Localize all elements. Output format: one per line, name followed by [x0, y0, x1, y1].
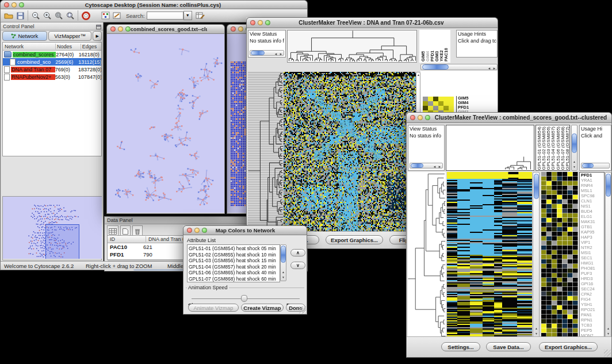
column-dendrogram-canvas[interactable]: [288, 30, 416, 62]
zoom-in-icon[interactable]: [41, 10, 53, 21]
zoom-heatmap-canvas[interactable]: [541, 172, 578, 338]
gene-label[interactable]: FIG4: [580, 297, 604, 302]
matrix-cell[interactable]: [428, 106, 433, 110]
attribute-browser-icon[interactable]: [194, 10, 206, 21]
create-vizmap-button[interactable]: Create Vizmap: [241, 304, 284, 312]
network-view-canvas[interactable]: [107, 34, 224, 213]
scroll-up-icon[interactable]: ▲: [606, 326, 611, 331]
gene-label[interactable]: MAK31: [580, 219, 604, 224]
scroll-thumb[interactable]: [606, 174, 611, 197]
attribute-item[interactable]: GPL51-01 (GSM854) heat shock 05 min: [189, 246, 278, 252]
gene-label[interactable]: KAP95: [580, 229, 604, 235]
float-panel-icon[interactable]: [96, 21, 101, 32]
animate-vizmap-button[interactable]: Animate Vizmap: [188, 304, 239, 312]
array-label[interactable]: GIM3: [434, 51, 439, 62]
attribute-item[interactable]: GPL51-06 (GSM865) heat shock 40 min: [189, 270, 278, 276]
matrix-cell[interactable]: [443, 97, 449, 101]
tab-vizmapper[interactable]: VizMapper™: [48, 31, 92, 41]
close-button[interactable]: [4, 2, 9, 7]
scroll-down-icon[interactable]: ▼: [572, 164, 577, 170]
zoom-button[interactable]: [202, 228, 207, 233]
scroll-up-icon[interactable]: ▲: [281, 270, 286, 275]
zoom-button[interactable]: [125, 26, 131, 32]
array-label[interactable]: GPL51-07 (GSM868): [560, 127, 565, 170]
array-label[interactable]: PFD1: [430, 51, 434, 62]
gene-label[interactable]: SPC98: [580, 193, 604, 198]
matrix-cell[interactable]: [438, 101, 443, 106]
zoom-fit-icon[interactable]: [64, 10, 76, 21]
settings-button[interactable]: Settings...: [441, 342, 480, 351]
gene-label[interactable]: SEC24: [580, 286, 604, 292]
column-dendrogram-canvas[interactable]: [503, 156, 533, 170]
resize-grip[interactable]: [604, 350, 611, 357]
attribute-item[interactable]: GPL51-04 (GSM857) heat shock 20 min: [189, 264, 278, 270]
network-table-row[interactable]: combined_scores2764(0)16218(0): [3, 51, 101, 58]
view-status-hscrollbar[interactable]: ◂ ▸: [410, 163, 443, 168]
attribute-item[interactable]: GPL51-03 (GSM856) heat shock 15 min: [189, 258, 278, 264]
matrix-cell[interactable]: [438, 97, 443, 101]
scroll-down-icon[interactable]: ▼: [606, 331, 611, 336]
global-heatmap-canvas[interactable]: [447, 172, 532, 338]
zoom-hscrollbar[interactable]: ◂ ▸: [420, 64, 498, 70]
usage-hints-hscrollbar[interactable]: [581, 163, 610, 168]
zoom-selected-icon[interactable]: [53, 10, 64, 21]
network-overview-canvas[interactable]: [3, 197, 102, 259]
gene-label[interactable]: PHO81: [580, 266, 604, 271]
row-dendrogram-canvas[interactable]: [248, 72, 284, 242]
array-labels-vscrollbar[interactable]: ▲ ▼: [571, 125, 577, 171]
scroll-left-icon[interactable]: ◂: [487, 66, 492, 71]
more-tabs-button[interactable]: ▶: [93, 31, 102, 41]
view-status-hscrollbar[interactable]: ◂ ▸: [250, 50, 284, 56]
minimize-button[interactable]: [118, 26, 123, 32]
array-label[interactable]: GPL51-04 (GSM857): [550, 127, 555, 170]
matrix-cell[interactable]: [423, 97, 428, 101]
network-table-header[interactable]: Network Nodes Edges: [3, 43, 101, 51]
gene-label[interactable]: NIS1: [580, 204, 604, 209]
scroll-thumb[interactable]: [422, 64, 449, 70]
gene-label[interactable]: GTB1: [580, 224, 604, 229]
matrix-cell[interactable]: [433, 106, 438, 110]
zoom-out-icon[interactable]: [30, 10, 41, 21]
zoom-button[interactable]: [425, 115, 430, 120]
gene-label[interactable]: PAN1: [580, 312, 604, 317]
network-table-row[interactable]: DNA and Tran 07769(0)183728(0): [3, 66, 101, 73]
close-button[interactable]: [187, 228, 192, 233]
minimize-button[interactable]: [258, 20, 263, 25]
search-input[interactable]: [147, 12, 183, 20]
gene-label[interactable]: PFD1: [580, 173, 604, 178]
matrix-cell[interactable]: [428, 97, 433, 101]
array-label[interactable]: GPL51-08 (GSM872): [565, 127, 569, 170]
matrix-cell[interactable]: [428, 101, 433, 106]
gene-label[interactable]: GPI16: [580, 281, 604, 286]
zoom-button[interactable]: [265, 20, 270, 25]
attribute-item[interactable]: GPL51-07 (GSM868) heat shock 60 min: [189, 276, 278, 282]
help-ring-icon[interactable]: [80, 10, 91, 21]
open-file-icon[interactable]: [3, 10, 14, 21]
scroll-right-icon[interactable]: ▸: [492, 66, 497, 71]
zoom-button[interactable]: [19, 2, 24, 7]
gene-labels-vscrollbar[interactable]: ▲ ▼: [605, 172, 611, 338]
gene-label[interactable]: RPN1: [580, 317, 604, 323]
matrix-cell[interactable]: [449, 101, 454, 106]
array-label[interactable]: GPL51-01 (GSM854): [537, 127, 541, 170]
close-button[interactable]: [110, 26, 116, 32]
gene-label[interactable]: SEC1: [580, 255, 604, 260]
row-dendrogram-canvas[interactable]: [408, 172, 446, 338]
export-graphics-button[interactable]: Export Graphics...: [539, 342, 598, 351]
array-label[interactable]: PAC10: [443, 48, 448, 62]
scroll-down-icon[interactable]: ▼: [534, 331, 539, 336]
animation-speed-slider[interactable]: [192, 295, 300, 302]
minimize-button[interactable]: [12, 2, 17, 7]
new-network-icon[interactable]: [100, 10, 111, 21]
array-label[interactable]: GPL51-06 (GSM865): [556, 127, 560, 170]
minimize-button[interactable]: [194, 228, 200, 233]
gene-label[interactable]: YRA1: [580, 178, 604, 183]
scroll-left-icon[interactable]: ◂: [273, 51, 278, 56]
network-table-row[interactable]: combined_sco2569(6)13112(15): [3, 58, 101, 66]
gene-label[interactable]: PUF3: [580, 271, 604, 276]
gene-label[interactable]: MSI1: [580, 250, 604, 255]
scroll-right-icon[interactable]: ▸: [278, 51, 284, 56]
move-down-button[interactable]: ∨: [290, 262, 305, 269]
annotation-icon[interactable]: [111, 10, 123, 21]
attribute-list-vscrollbar[interactable]: ▲ ▼: [280, 244, 286, 281]
